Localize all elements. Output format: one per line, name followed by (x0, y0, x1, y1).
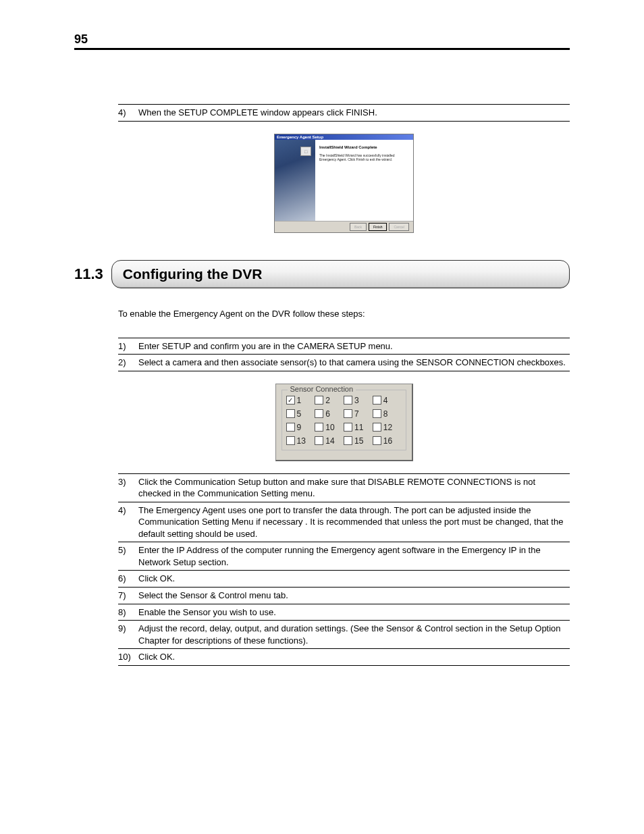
step-number: 10) (118, 651, 138, 663)
sensor-label: 2 (325, 396, 330, 405)
step-number: 3) (118, 476, 138, 500)
sensor-checkbox-3[interactable]: 3 (344, 396, 373, 405)
sensor-label: 8 (383, 409, 388, 419)
checkbox-icon[interactable] (315, 396, 323, 405)
page-rule (74, 48, 570, 50)
step-number: 9) (118, 623, 138, 646)
steps-list-a: 1)Enter SETUP and confirm you are in the… (118, 338, 570, 371)
installer-body-text: The InstallShield Wizard has successfull… (319, 153, 409, 161)
finish-button[interactable]: Finish (369, 223, 387, 231)
checkbox-icon[interactable] (286, 423, 295, 432)
sensor-checkbox-5[interactable]: 5 (286, 409, 315, 419)
step-text: Enter SETUP and confirm you are in the C… (138, 340, 570, 353)
checkbox-icon[interactable] (315, 436, 323, 445)
sensor-label: 13 (297, 436, 306, 446)
sensor-label: 11 (354, 423, 363, 432)
checkbox-icon[interactable] (315, 423, 323, 432)
installer-titlebar: Emergency Agent Setup (275, 134, 413, 140)
section-title: Configuring the DVR (111, 260, 570, 288)
sensor-label: 9 (297, 423, 302, 432)
installer-sidebar-graphic: ⬚ (275, 140, 315, 221)
step-number: 6) (118, 573, 138, 585)
checkbox-icon[interactable] (373, 396, 381, 405)
step-row: 2)Select a camera and then associate sen… (118, 355, 570, 371)
installer-icon: ⬚ (300, 147, 311, 156)
sensor-checkbox-9[interactable]: 9 (286, 423, 315, 432)
step-number: 8) (118, 606, 138, 619)
step-number: 1) (118, 340, 138, 353)
step-row: 3)Click the Communication Setup button a… (118, 474, 570, 502)
steps-list-b: 3)Click the Communication Setup button a… (118, 473, 570, 666)
sensor-label: 14 (325, 436, 334, 446)
checkbox-icon[interactable] (373, 436, 381, 445)
step-text: Adjust the record, delay, output, and du… (138, 623, 570, 646)
step-row: 8)Enable the Sensor you wish to use. (118, 604, 570, 621)
sensor-checkbox-4[interactable]: 4 (373, 396, 402, 405)
sensor-label: 15 (354, 436, 363, 446)
step-text: Enter the IP Address of the computer run… (138, 544, 570, 568)
checkbox-icon[interactable] (344, 409, 352, 418)
step-row: 6)Click OK. (118, 571, 570, 588)
step-text: Click the Communication Setup button and… (138, 476, 570, 500)
sensor-label: 3 (354, 396, 359, 405)
step-number: 5) (118, 544, 138, 568)
sensor-label: 12 (383, 423, 392, 432)
sensor-checkbox-16[interactable]: 16 (373, 436, 402, 446)
checkbox-icon[interactable] (373, 423, 381, 432)
sensor-checkbox-11[interactable]: 11 (344, 423, 373, 432)
step-row: 4)The Emergency Agent uses one port to t… (118, 502, 570, 543)
step-text: Click OK. (138, 651, 570, 663)
sensor-checkbox-14[interactable]: 14 (315, 436, 344, 446)
sensor-checkbox-13[interactable]: 13 (286, 436, 315, 446)
step-text: When the SETUP COMPLETE window appears c… (138, 107, 570, 119)
step-number: 2) (118, 357, 138, 369)
checkbox-icon[interactable] (315, 409, 323, 418)
checkbox-icon[interactable] (344, 396, 352, 405)
sensor-label: 7 (354, 409, 359, 419)
step-row: 7)Select the Sensor & Control menu tab. (118, 588, 570, 604)
step-row: 1)Enter SETUP and confirm you are in the… (118, 338, 570, 355)
sensor-checkbox-7[interactable]: 7 (344, 409, 373, 419)
step-text: Select a camera and then associate senso… (138, 357, 570, 369)
sensor-label: 1 (297, 396, 302, 405)
step-text: Click OK. (138, 573, 570, 585)
back-button[interactable]: Back (350, 223, 367, 231)
step-number: 4) (118, 504, 138, 540)
step-row: 9)Adjust the record, delay, output, and … (118, 621, 570, 649)
checkbox-icon[interactable] (286, 436, 295, 445)
section-intro: To enable the Emergency Agent on the DVR… (118, 309, 570, 319)
step-number: 7) (118, 590, 138, 602)
checkbox-icon[interactable] (286, 409, 295, 418)
content-area: 4)When the SETUP COMPLETE window appears… (118, 104, 570, 666)
installer-heading: InstallShield Wizard Complete (319, 145, 409, 149)
step-row: 10)Click OK. (118, 649, 570, 666)
installer-screenshot: Emergency Agent Setup ⬚ InstallShield Wi… (274, 134, 414, 233)
page-number: 95 (74, 32, 570, 47)
sensor-checkbox-12[interactable]: 12 (373, 423, 402, 432)
step-text: Select the Sensor & Control menu tab. (138, 590, 570, 602)
section-header: 11.3 Configuring the DVR (74, 260, 570, 288)
step-row: 4)When the SETUP COMPLETE window appears… (118, 105, 570, 122)
section-number: 11.3 (74, 260, 111, 288)
checkbox-icon[interactable] (344, 423, 352, 432)
checkbox-icon[interactable] (373, 409, 381, 418)
top-step-list: 4)When the SETUP COMPLETE window appears… (118, 104, 570, 122)
sensor-label: 16 (383, 436, 392, 446)
sensor-label: 4 (383, 396, 388, 405)
checkbox-icon[interactable] (344, 436, 352, 445)
sensor-checkbox-8[interactable]: 8 (373, 409, 402, 419)
sensor-connection-panel: Sensor Connection ✓123456789101112131415… (275, 384, 413, 461)
step-number: 4) (118, 107, 138, 119)
sensor-checkbox-6[interactable]: 6 (315, 409, 344, 419)
sensor-checkbox-2[interactable]: 2 (315, 396, 344, 405)
checkbox-icon[interactable]: ✓ (286, 396, 295, 405)
step-text: The Emergency Agent uses one port to tra… (138, 504, 570, 540)
step-row: 5)Enter the IP Address of the computer r… (118, 542, 570, 571)
cancel-button[interactable]: Cancel (389, 223, 409, 231)
sensor-checkbox-15[interactable]: 15 (344, 436, 373, 446)
sensor-checkbox-1[interactable]: ✓1 (286, 396, 315, 405)
sensor-connection-legend: Sensor Connection (288, 385, 356, 393)
sensor-checkbox-10[interactable]: 10 (315, 423, 344, 432)
sensor-label: 6 (325, 409, 330, 419)
sensor-label: 5 (297, 409, 302, 419)
